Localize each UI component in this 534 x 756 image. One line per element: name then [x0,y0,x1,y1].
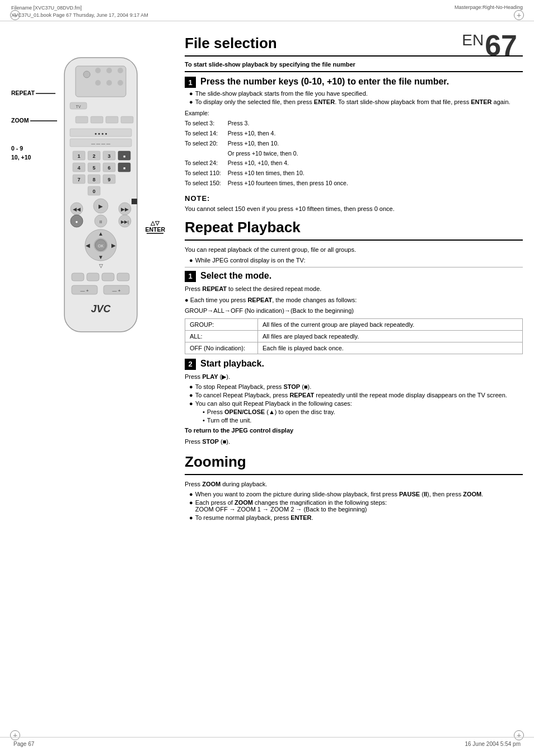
example-value-5: Press +10 ten times, then 10. [228,168,355,179]
svg-text:4: 4 [77,165,80,171]
svg-text:8: 8 [92,177,95,182]
mode-row-0: GROUP: All files of the current group ar… [185,318,523,330]
svg-text:▶▶: ▶▶ [121,206,129,212]
svg-rect-67 [72,273,84,281]
file-selection-divider2 [185,71,523,72]
mode-row-2: OFF (No indication): Each file is played… [185,342,523,354]
footer-left: Page 67 [13,741,34,747]
svg-text:TV: TV [76,105,81,109]
zero-nine-label: 0 - 9 [11,144,57,153]
svg-rect-13 [76,116,88,123]
mode-table: GROUP: All files of the current group ar… [185,318,523,354]
rb1-dot: ● [189,383,193,390]
file-bullet-1: ● The slide-show playback starts from th… [185,90,523,97]
svg-text:— +: — + [113,288,121,293]
mode-desc-2: Each file is played back once. [258,342,523,354]
rsb2-dot: • [203,417,205,424]
repeat-subbullet-1: • Press OPEN/CLOSE (▲) to open the disc … [198,408,523,415]
svg-text:— — — —: — — — — [91,142,110,145]
note-title: NOTE: [185,194,210,203]
page-header: Filename [XVC37U_08DVD.fm] XVC37U_01.boo… [0,0,534,21]
repeat-intro: You can repeat playback of the current g… [185,245,523,255]
example-label-2: To select 20: [185,139,228,149]
svg-text:0: 0 [92,189,95,194]
rb3-dot: ● [189,400,193,407]
repeat-step2-row: 2 Start playback. [185,359,523,370]
example-row-2: To select 20: Press +10, then 10. [185,139,355,149]
svg-text:▶: ▶ [99,203,103,209]
example-row-6: To select 150: Press +10 fourteen times,… [185,179,355,189]
repeat-step2-bullet-3: ● You can also quit Repeat Playback in t… [185,400,523,407]
repeat-step2-bullet-1: ● To stop Repeat Playback, press STOP (■… [185,383,523,390]
rb2-dot: ● [189,392,193,398]
header-right: Masterpage:Right-No-Heading [455,4,523,10]
svg-point-8 [95,80,101,86]
zoom-arrow [30,120,57,121]
zoom-label: ZOOM [11,113,29,128]
repeat-step2-bullet-2: ● To cancel Repeat Playback, press REPEA… [185,392,523,398]
left-column: REPEAT ZOOM 0 - 9 10, +10 [11,32,168,523]
zoom-bullet-2: ● Each press of ZOOM changes the magnifi… [185,499,523,513]
example-label-1: To select 14: [185,129,228,139]
svg-text:▲: ▲ [98,231,104,237]
svg-point-10 [118,80,123,86]
example-value-2: Press +10, then 10. [228,139,355,149]
remote-svg: TV ● ● ● ● — — — — 1 2 [56,55,146,346]
example-row-5: To select 110: Press +10 ten times, then… [185,168,355,179]
example-row-4: To select 24: Press +10, +10, then 4. [185,158,355,168]
file-bullet-text-2: To display only the selected file, then … [195,98,510,105]
bullet-dot-2: ● [189,98,193,105]
svg-point-9 [106,80,112,86]
example-value-1: Press +10, then 4. [228,129,355,139]
file-step1-row: 1 Press the number keys (0-10, +10) to e… [185,77,523,88]
svg-point-5 [95,68,101,73]
svg-text:1: 1 [77,153,80,159]
svg-text:9: 9 [107,177,110,182]
example-label: Example: [185,109,523,119]
delta-nabla-label: △▽ [145,220,165,226]
rsb1-dot: • [203,408,205,415]
zb3-text: To resume normal playback, press ENTER. [195,514,313,521]
example-label-5: To select 110: [185,168,228,179]
zooming-divider [185,474,523,475]
svg-text:◀◀: ◀◀ [73,206,81,212]
svg-rect-16 [121,116,133,123]
repeat-step2-badge: 2 [185,359,196,370]
svg-rect-14 [91,116,103,123]
svg-point-6 [106,68,112,73]
svg-rect-57 [132,199,137,204]
zooming-body1: Press ZOOM during playback. [185,480,523,489]
example-label-3 [185,149,228,159]
example-value-6: Press +10 fourteen times, then press 10 … [228,179,355,189]
repeat-step-divider [185,267,523,267]
ten-plus-label: 10, +10 [11,153,57,162]
page-footer: Page 67 16 June 2004 5:54 pm [0,737,534,750]
svg-rect-70 [117,273,129,281]
svg-text:JVC: JVC [91,303,111,314]
zb1-dot: ● [189,491,193,497]
svg-text:▶▶|: ▶▶| [121,219,129,224]
header-left: Filename [XVC37U_08DVD.fm] XVC37U_01.boo… [11,4,148,18]
svg-text:5: 5 [92,165,95,171]
right-column: File selection To start slide-show playb… [168,32,523,523]
svg-text:●: ● [76,219,78,224]
example-label-4: To select 24: [185,158,228,168]
svg-text:7: 7 [77,177,80,182]
svg-text:3: 3 [107,153,110,159]
repeat-bullet-dot: ● [189,257,193,264]
repeat-step1-heading: Select the mode. [200,271,271,281]
svg-text:■: ■ [123,154,125,158]
footer-right: 16 June 2004 5:54 pm [465,741,521,747]
mode-cell-1: ALL: [185,330,258,342]
zooming-title: Zooming [185,453,523,471]
rb2-text: To cancel Repeat Playback, press REPEAT … [195,392,507,398]
enter-label-block: △▽ ENTER [145,220,165,234]
svg-text:◀: ◀ [86,242,90,248]
repeat-step2-body1: Press PLAY (▶). [185,372,523,382]
book-info-label: XVC37U_01.book Page 67 Thursday, June 17… [11,12,148,19]
mode-desc-1: All files are played back repeatedly. [258,330,523,342]
zoom-bullet-1: ● When you want to zoom the picture duri… [185,491,523,497]
repeat-step1-row: 1 Select the mode. [185,271,523,282]
en-label: EN [462,31,484,49]
repeat-label-row: REPEAT [11,86,57,101]
